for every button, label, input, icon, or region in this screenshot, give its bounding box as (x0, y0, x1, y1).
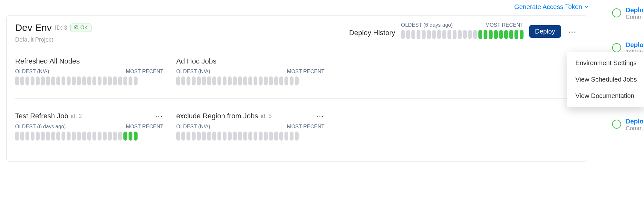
job-history-pill[interactable] (207, 76, 211, 85)
job-history-pill[interactable] (92, 76, 96, 85)
deploy-history-pill[interactable] (478, 30, 482, 39)
job-history-pill[interactable] (25, 76, 29, 85)
job-history-pill[interactable] (87, 132, 91, 141)
job-history-pill[interactable] (233, 132, 237, 141)
job-history-pill[interactable] (25, 132, 29, 141)
job-history-pill[interactable] (87, 76, 91, 85)
job-history-pill[interactable] (92, 132, 96, 141)
job-history-pill[interactable] (248, 132, 252, 141)
menu-item[interactable]: View Documentation (567, 88, 644, 104)
job-history-pill[interactable] (202, 76, 206, 85)
job-history-pill[interactable] (20, 132, 24, 141)
job-history-pill[interactable] (269, 76, 273, 85)
job-history-pill[interactable] (181, 76, 185, 85)
job-history-pill[interactable] (181, 132, 185, 141)
environment-more-button[interactable]: ⋯ (567, 27, 578, 37)
job-history-pill[interactable] (217, 76, 221, 85)
job-history-pill[interactable] (77, 76, 81, 85)
deploy-history-pill[interactable] (437, 30, 441, 39)
activity-link[interactable]: Deploy (626, 6, 644, 14)
job-history-pill[interactable] (134, 132, 138, 141)
job-history-pill[interactable] (56, 76, 60, 85)
job-history-pill[interactable] (295, 76, 299, 85)
job-history-pill[interactable] (67, 132, 71, 141)
job-more-button[interactable]: ⋯ (316, 112, 324, 121)
job-history-pill[interactable] (212, 76, 216, 85)
job-history-pill[interactable] (67, 76, 71, 85)
job-history-pill[interactable] (207, 132, 211, 141)
job-history-pill[interactable] (41, 132, 45, 141)
deploy-history-pill[interactable] (520, 30, 524, 39)
deploy-history-pill[interactable] (473, 30, 477, 39)
job-history-pill[interactable] (264, 132, 268, 141)
deploy-button[interactable]: Deploy (529, 25, 561, 38)
deploy-history-pill[interactable] (417, 30, 420, 39)
deploy-history-pill[interactable] (458, 30, 462, 39)
job-history-pill[interactable] (176, 132, 180, 141)
job-history-pill[interactable] (62, 132, 65, 141)
deploy-history-pill[interactable] (453, 30, 457, 39)
job-history-pill[interactable] (228, 132, 232, 141)
job-history-pill[interactable] (15, 132, 19, 141)
job-history-pill[interactable] (31, 76, 34, 85)
job-history-pill[interactable] (51, 132, 55, 141)
job-history-pill[interactable] (82, 76, 86, 85)
job-history-pill[interactable] (279, 132, 283, 141)
job-history-pill[interactable] (108, 132, 112, 141)
deploy-history-pill[interactable] (442, 30, 446, 39)
job-history-pill[interactable] (212, 132, 216, 141)
job-history-pill[interactable] (187, 132, 190, 141)
menu-item[interactable]: View Scheduled Jobs (567, 71, 644, 88)
job-history-pill[interactable] (77, 132, 81, 141)
deploy-history-pill[interactable] (489, 30, 493, 39)
job-history-pill[interactable] (98, 76, 101, 85)
job-history-pill[interactable] (254, 132, 257, 141)
deploy-history-pill[interactable] (422, 30, 426, 39)
job-history-pill[interactable] (274, 132, 278, 141)
job-history-pill[interactable] (279, 76, 283, 85)
job-history-pill[interactable] (108, 76, 112, 85)
job-history-pill[interactable] (46, 76, 50, 85)
job-history-pill[interactable] (46, 132, 50, 141)
deploy-history-pill[interactable] (447, 30, 451, 39)
job-history-pill[interactable] (129, 76, 132, 85)
job-history-pill[interactable] (31, 132, 34, 141)
job-history-pill[interactable] (56, 132, 60, 141)
job-history-pill[interactable] (238, 132, 242, 141)
job-history-pill[interactable] (72, 132, 76, 141)
job-history-pill[interactable] (103, 76, 107, 85)
job-history-pill[interactable] (223, 132, 226, 141)
job-history-pill[interactable] (295, 132, 299, 141)
deploy-history-pill[interactable] (514, 30, 518, 39)
deploy-history-pill[interactable] (463, 30, 467, 39)
job-history-pill[interactable] (243, 76, 247, 85)
job-history-pill[interactable] (118, 132, 122, 141)
deploy-history-pill[interactable] (411, 30, 415, 39)
job-history-pill[interactable] (223, 76, 226, 85)
job-history-pill[interactable] (248, 76, 252, 85)
job-history-pill[interactable] (123, 132, 127, 141)
generate-access-token-link[interactable]: Generate Access Token (514, 3, 589, 11)
job-history-pill[interactable] (62, 76, 65, 85)
job-history-pill[interactable] (41, 76, 45, 85)
job-history-pill[interactable] (233, 76, 237, 85)
job-history-pill[interactable] (123, 76, 127, 85)
job-history-pill[interactable] (192, 76, 196, 85)
deploy-history-pill[interactable] (484, 30, 487, 39)
job-history-pill[interactable] (238, 76, 242, 85)
job-history-pill[interactable] (290, 132, 293, 141)
job-history-pill[interactable] (82, 132, 86, 141)
job-history-pill[interactable] (228, 76, 232, 85)
job-history-pill[interactable] (36, 76, 40, 85)
job-history-pill[interactable] (254, 76, 257, 85)
job-history-pill[interactable] (113, 76, 117, 85)
job-history-pill[interactable] (243, 132, 247, 141)
job-history-pill[interactable] (113, 132, 117, 141)
job-history-pill[interactable] (20, 76, 24, 85)
deploy-history-pill[interactable] (432, 30, 436, 39)
job-history-pill[interactable] (217, 132, 221, 141)
job-history-pill[interactable] (274, 76, 278, 85)
deploy-history-pill[interactable] (427, 30, 431, 39)
job-history-pill[interactable] (264, 76, 268, 85)
deploy-history-pill[interactable] (406, 30, 410, 39)
